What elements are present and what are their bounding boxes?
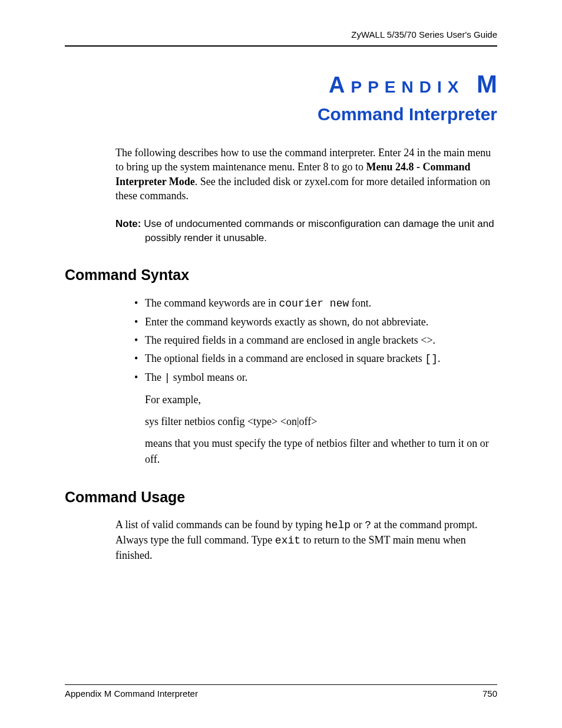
footer-rule (65, 684, 497, 685)
li-text: font. (349, 297, 371, 309)
li-sub: sys filter netbios config <type> <on|off… (145, 414, 497, 430)
header-rule (65, 45, 497, 47)
li-sub: For example, (145, 392, 497, 408)
appendix-word-cap: A (329, 73, 351, 97)
usage-mono: help (325, 519, 351, 531)
li-text: . (438, 353, 441, 364)
li-text: The (145, 371, 164, 383)
footer-left: Appendix M Command Interpreter (65, 689, 198, 699)
appendix-subtitle: Command Interpreter (65, 104, 497, 124)
intro-paragraph: The following describes how to use the c… (115, 146, 497, 203)
li-text: Enter the command keywords exactly as sh… (145, 316, 428, 328)
note-label: Note: (115, 218, 141, 229)
usage-text: or (351, 519, 365, 531)
list-item: The optional fields in a command are enc… (134, 351, 497, 367)
usage-text: A list of valid commands can be found by… (115, 519, 325, 531)
li-text: The required fields in a command are enc… (145, 334, 435, 346)
li-sub: means that you must specify the type of … (145, 436, 497, 467)
li-text: symbol means or. (170, 371, 247, 383)
note-line1: Use of undocumented commands or misconfi… (144, 218, 494, 229)
footer-row: Appendix M Command Interpreter 750 (65, 689, 497, 699)
note-block: Note: Use of undocumented commands or mi… (115, 217, 497, 245)
page-footer: Appendix M Command Interpreter 750 (65, 684, 497, 699)
list-item: The required fields in a command are enc… (134, 332, 497, 348)
section-heading-syntax: Command Syntax (65, 266, 497, 284)
header-guide-title: ZyWALL 5/35/70 Series User's Guide (65, 29, 497, 45)
usage-mono: exit (275, 535, 300, 546)
appendix-word-rest: PPENDIX (351, 78, 465, 96)
li-text: The command keywords are in (145, 297, 279, 309)
list-item: The command keywords are in courier new … (134, 295, 497, 312)
syntax-list: The command keywords are in courier new … (134, 295, 497, 467)
usage-paragraph: A list of valid commands can be found by… (115, 518, 497, 564)
list-item: The | symbol means or. For example, sys … (134, 370, 497, 467)
page: ZyWALL 5/35/70 Series User's Guide APPEN… (0, 0, 562, 728)
section-heading-usage: Command Usage (65, 489, 497, 506)
usage-mono: ? (365, 519, 371, 531)
note-line2: possibly render it unusable. (115, 231, 497, 245)
page-header: ZyWALL 5/35/70 Series User's Guide (65, 29, 497, 47)
list-item: Enter the command keywords exactly as sh… (134, 314, 497, 330)
li-text: The optional fields in a command are enc… (145, 353, 425, 364)
appendix-label: APPENDIX M (65, 70, 497, 98)
li-mono: | (164, 372, 170, 384)
li-mono: courier new (279, 298, 349, 309)
li-mono: [] (425, 353, 438, 365)
appendix-letter: M (477, 70, 497, 98)
page-number: 750 (482, 689, 497, 699)
